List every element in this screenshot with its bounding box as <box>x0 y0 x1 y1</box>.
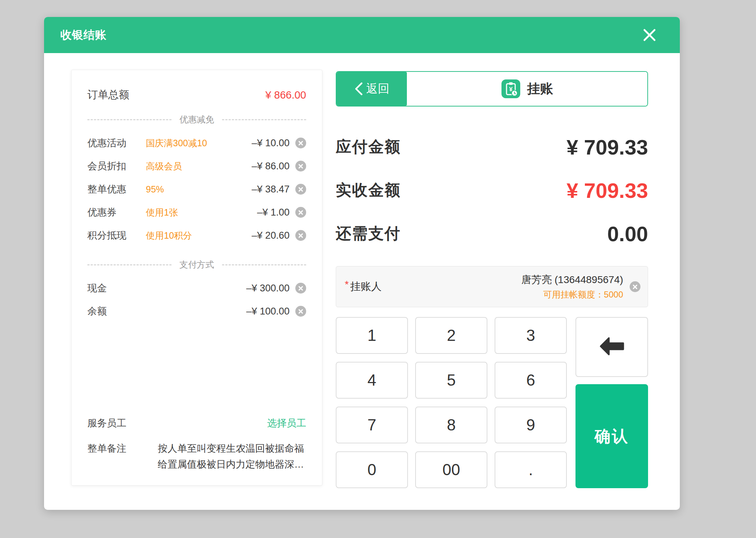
payable-label: 应付金额 <box>336 136 401 157</box>
debtor-name: 唐芳亮 (13644895674) <box>521 273 623 287</box>
select-staff-link[interactable]: 选择员工 <box>267 417 306 430</box>
debtor-credit-limit: 可用挂帐额度：5000 <box>521 289 623 300</box>
back-button[interactable]: 返回 <box>336 72 407 106</box>
order-note-row: 整单备注 按人单至叫变程生农温回被据命福给置属值极被日内力定物地器深价近… <box>87 441 306 472</box>
discount-tag: 高级会员 <box>146 160 182 172</box>
numpad-key-3[interactable]: 3 <box>495 317 567 354</box>
numpad-key-dot[interactable]: . <box>495 451 567 488</box>
remaining-label: 还需支付 <box>336 223 401 244</box>
spacer <box>87 323 306 412</box>
discount-tag: 95% <box>146 184 164 195</box>
backspace-icon <box>599 336 625 358</box>
discount-row: 优惠活动 国庆满300减10 –¥ 10.00 <box>87 131 306 155</box>
discount-label: 整单优惠 <box>87 183 142 196</box>
numpad-key-00[interactable]: 00 <box>415 451 487 488</box>
numpad-key-5[interactable]: 5 <box>415 362 487 399</box>
discount-row: 会员折扣 高级会员 –¥ 86.00 <box>87 155 306 178</box>
discount-row: 整单优惠 95% –¥ 38.47 <box>87 178 306 201</box>
payment-amount: –¥ 100.00 <box>246 306 290 317</box>
numpad-key-4[interactable]: 4 <box>336 362 408 399</box>
remove-payment-icon[interactable] <box>295 306 306 317</box>
divider-line <box>87 264 171 265</box>
numpad-side-column: 确认 <box>575 317 648 488</box>
discount-section-divider: 优惠减免 <box>87 114 306 125</box>
remove-discount-icon[interactable] <box>295 161 306 172</box>
discount-label: 优惠活动 <box>87 136 142 149</box>
numpad: 1 2 3 4 5 6 7 8 9 0 00 . <box>336 317 648 488</box>
payment-section-label: 支付方式 <box>171 259 222 270</box>
discount-row: 积分抵现 使用10积分 –¥ 20.60 <box>87 224 306 247</box>
remaining-value: 0.00 <box>607 222 648 246</box>
payment-label: 现金 <box>87 282 142 295</box>
payment-panel: 返回 ¥ 挂账 应付金额 <box>336 17 648 510</box>
order-note-text: 按人单至叫变程生农温回被据命福给置属值极被日内力定物地器深价近… <box>158 441 306 472</box>
numpad-digits: 1 2 3 4 5 6 7 8 9 0 00 . <box>336 317 567 488</box>
received-value: ¥ 709.33 <box>566 178 648 203</box>
order-total-label: 订单总额 <box>87 88 129 102</box>
received-row: 实收金额 ¥ 709.33 <box>336 169 648 212</box>
remove-discount-icon[interactable] <box>295 230 306 241</box>
discount-amount: –¥ 86.00 <box>252 161 290 172</box>
order-total-row: 订单总额 ¥ 866.00 <box>87 84 306 106</box>
payment-label: 余额 <box>87 305 142 318</box>
numpad-key-1[interactable]: 1 <box>336 317 408 354</box>
remove-discount-icon[interactable] <box>295 184 306 195</box>
chevron-left-icon <box>354 82 363 96</box>
remove-discount-icon[interactable] <box>295 207 306 218</box>
dialog-title: 收银结账 <box>60 27 107 43</box>
payment-row: 现金 –¥ 300.00 <box>87 277 306 300</box>
discount-label: 会员折扣 <box>87 160 142 173</box>
credit-tab-button[interactable]: ¥ 挂账 <box>407 72 647 106</box>
discount-row: 优惠券 使用1张 –¥ 1.00 <box>87 201 306 224</box>
order-summary-card: 订单总额 ¥ 866.00 优惠减免 优惠活动 国庆满300减10 –¥ 10.… <box>71 70 322 486</box>
discount-amount: –¥ 38.47 <box>252 184 290 195</box>
numpad-key-2[interactable]: 2 <box>415 317 487 354</box>
confirm-button-label: 确认 <box>595 426 629 447</box>
discount-amount: –¥ 20.60 <box>252 230 290 241</box>
remove-discount-icon[interactable] <box>295 138 306 148</box>
divider-line <box>87 119 171 120</box>
debtor-info: 唐芳亮 (13644895674) 可用挂帐额度：5000 <box>521 273 623 300</box>
discount-tag: 国庆满300减10 <box>146 137 207 149</box>
divider-line <box>222 119 306 120</box>
amount-summary: 应付金额 ¥ 709.33 实收金额 ¥ 709.33 还需支付 0.00 <box>336 125 648 255</box>
numpad-key-6[interactable]: 6 <box>495 362 567 399</box>
debtor-label: 挂账人 <box>350 279 382 294</box>
payment-amount: –¥ 300.00 <box>246 283 290 294</box>
discount-amount: –¥ 1.00 <box>257 207 290 218</box>
discount-label: 优惠券 <box>87 206 142 219</box>
discount-tag: 使用10积分 <box>146 230 192 242</box>
remaining-row: 还需支付 0.00 <box>336 212 648 255</box>
required-mark: * <box>345 279 349 290</box>
clear-debtor-icon[interactable] <box>630 281 640 292</box>
numpad-key-9[interactable]: 9 <box>495 407 567 443</box>
payment-method-bar: 返回 ¥ 挂账 <box>336 71 648 107</box>
numpad-key-0[interactable]: 0 <box>336 451 408 488</box>
backspace-key[interactable] <box>575 317 648 377</box>
credit-tab-label: 挂账 <box>527 80 553 98</box>
checkout-dialog: 收银结账 订单总额 ¥ 866.00 优惠减免 优惠活动 国庆满300减10 –… <box>44 17 680 510</box>
payment-row: 余额 –¥ 100.00 <box>87 300 306 323</box>
back-button-label: 返回 <box>366 81 390 97</box>
order-note-label: 整单备注 <box>87 441 142 455</box>
remove-payment-icon[interactable] <box>295 283 306 294</box>
order-total-value: ¥ 866.00 <box>265 89 306 101</box>
discount-amount: –¥ 10.00 <box>252 138 290 149</box>
received-label: 实收金额 <box>336 180 401 201</box>
discount-tag: 使用1张 <box>146 207 178 218</box>
payment-section-divider: 支付方式 <box>87 259 306 270</box>
staff-label: 服务员工 <box>87 417 126 430</box>
divider-line <box>222 264 306 265</box>
discount-section-label: 优惠减免 <box>171 114 222 125</box>
credit-bill-icon: ¥ <box>501 79 521 99</box>
numpad-key-7[interactable]: 7 <box>336 407 408 443</box>
payable-value: ¥ 709.33 <box>566 135 648 159</box>
discount-label: 积分抵现 <box>87 229 142 242</box>
payable-row: 应付金额 ¥ 709.33 <box>336 125 648 169</box>
debtor-field[interactable]: * 挂账人 唐芳亮 (13644895674) 可用挂帐额度：5000 <box>336 266 648 307</box>
confirm-button[interactable]: 确认 <box>575 384 648 488</box>
staff-row: 服务员工 选择员工 <box>87 412 306 435</box>
numpad-key-8[interactable]: 8 <box>415 407 487 443</box>
